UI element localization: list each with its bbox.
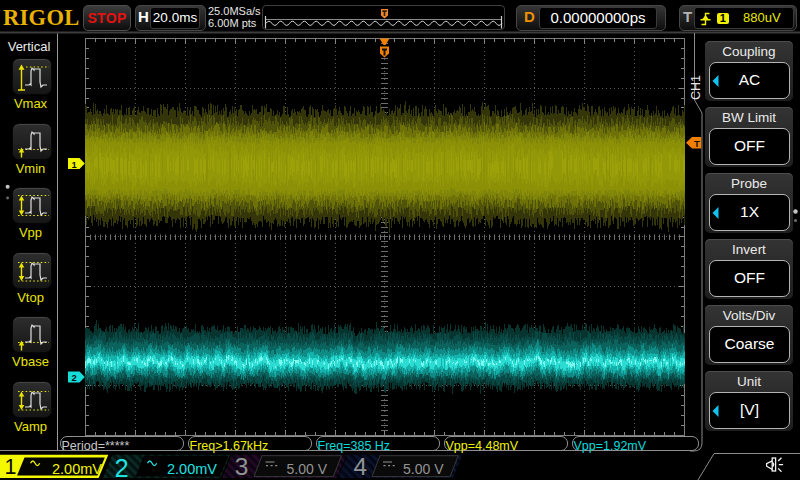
- svg-text:2: 2: [72, 372, 77, 383]
- svg-text:3: 3: [235, 453, 249, 480]
- svg-text:2.00mV: 2.00mV: [167, 461, 217, 477]
- svg-text:1: 1: [72, 159, 78, 170]
- svg-text:4: 4: [354, 453, 368, 480]
- svg-text:5.00 V: 5.00 V: [403, 461, 444, 477]
- svg-text:2.00mV: 2.00mV: [52, 461, 102, 477]
- svg-text:T: T: [694, 138, 700, 149]
- svg-text:1: 1: [5, 455, 17, 479]
- svg-text:2: 2: [115, 454, 129, 480]
- svg-text:5.00 V: 5.00 V: [287, 461, 328, 477]
